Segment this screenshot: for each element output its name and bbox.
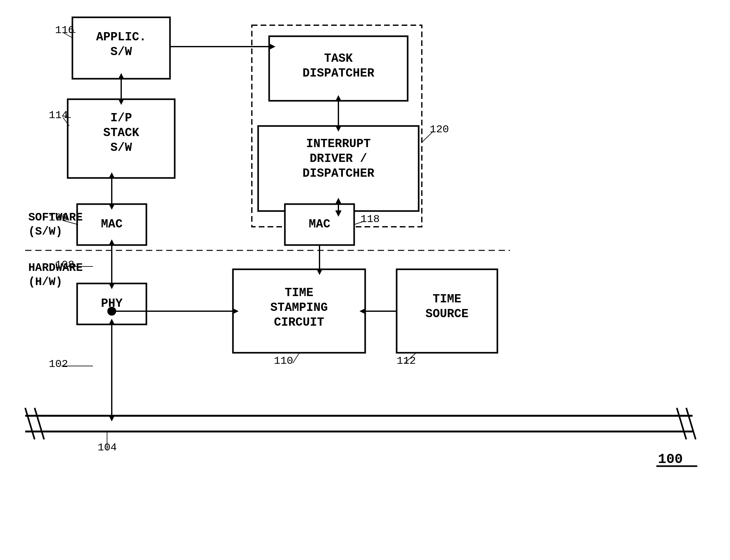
ref-108: 108: [55, 259, 74, 271]
leader-120: [422, 132, 433, 142]
diagram-svg: APPLIC. S/W I/P STACK S/W MAC PHY TASK D…: [0, 0, 730, 560]
bus-cut-left-1: [25, 408, 35, 439]
label-timesource-1: TIME: [432, 292, 461, 306]
label-hardware-2: (H/W): [28, 276, 62, 289]
ref-116: 116: [55, 24, 74, 36]
ref-112: 112: [396, 355, 416, 367]
label-applic-sw-2: S/W: [111, 45, 132, 59]
label-software-2: (S/W): [28, 225, 62, 238]
ref-100-label: 100: [658, 451, 683, 467]
bus-cut-right-2: [686, 408, 696, 439]
label-timestamping-1: TIME: [285, 286, 313, 300]
ref-114: 114: [49, 109, 68, 121]
label-timestamping-3: CIRCUIT: [274, 316, 324, 329]
arrowhead-phy-bus-down: [109, 415, 115, 421]
diagram-container: APPLIC. S/W I/P STACK S/W MAC PHY TASK D…: [0, 0, 730, 560]
leader-110: [293, 353, 299, 363]
label-mac-left: MAC: [101, 217, 123, 231]
label-timesource-2: SOURCE: [425, 307, 469, 321]
label-interrupt-2: DRIVER /: [310, 152, 367, 165]
ref-102: 102: [49, 358, 68, 370]
ref-120: 120: [430, 123, 449, 135]
label-interrupt-3: DISPATCHER: [303, 167, 374, 180]
label-phy: PHY: [101, 297, 123, 310]
bus-cut-left-2: [35, 408, 44, 439]
label-applic-sw-1: APPLIC.: [96, 30, 146, 44]
label-task-dispatcher-1: TASK: [324, 52, 353, 65]
label-ipstack-1: I/P: [111, 111, 132, 125]
bus-cut-right-1: [677, 408, 686, 439]
label-interrupt-1: INTERRUPT: [306, 137, 370, 151]
ref-106: 106: [49, 212, 68, 224]
label-task-dispatcher-2: DISPATCHER: [303, 66, 374, 80]
label-mac-right: MAC: [309, 217, 330, 231]
ref-110: 110: [274, 355, 293, 367]
label-ipstack-3: S/W: [111, 141, 132, 154]
label-ipstack-2: STACK: [103, 126, 139, 140]
ref-118: 118: [361, 213, 379, 225]
label-timestamping-2: STAMPING: [271, 301, 328, 314]
